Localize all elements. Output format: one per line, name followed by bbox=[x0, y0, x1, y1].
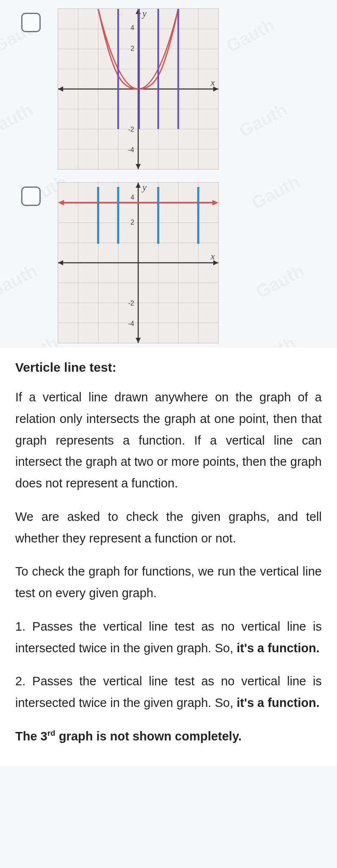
y-axis-label: y bbox=[142, 9, 147, 19]
svg-text:2: 2 bbox=[131, 45, 134, 52]
svg-text:2: 2 bbox=[131, 219, 134, 226]
heading: Verticle line test: bbox=[15, 360, 322, 375]
svg-marker-15 bbox=[58, 86, 63, 92]
svg-marker-43 bbox=[136, 338, 141, 343]
y-axis-label: y bbox=[142, 183, 147, 192]
paragraph-task: We are asked to check the given graphs, … bbox=[15, 506, 322, 549]
paragraph-method: To check the graph for functions, we run… bbox=[15, 561, 322, 604]
paragraph-definition: If a vertical line drawn anywhere on the… bbox=[15, 387, 322, 494]
svg-marker-42 bbox=[136, 183, 141, 188]
svg-text:4: 4 bbox=[131, 24, 134, 31]
paragraph-result-1: 1. Passes the vertical line test as no v… bbox=[15, 616, 322, 659]
svg-marker-45 bbox=[58, 200, 64, 206]
svg-marker-17 bbox=[136, 164, 141, 169]
svg-text:-4: -4 bbox=[128, 146, 134, 153]
graph-option-1: y x 4 2 -2 -4 bbox=[0, 0, 337, 174]
svg-marker-46 bbox=[212, 200, 218, 206]
checkbox-1[interactable] bbox=[21, 13, 41, 32]
svg-marker-41 bbox=[58, 260, 63, 265]
checkbox-2[interactable] bbox=[21, 186, 41, 206]
graph-1: y x 4 2 -2 -4 bbox=[58, 8, 219, 170]
svg-text:-2: -2 bbox=[128, 300, 134, 307]
explanation-text: Verticle line test: If a vertical line d… bbox=[0, 348, 337, 766]
svg-text:-4: -4 bbox=[128, 320, 134, 327]
x-axis-label: x bbox=[210, 251, 215, 262]
graph-option-2: y x 4 2 -2 -4 bbox=[0, 174, 337, 348]
svg-text:-2: -2 bbox=[128, 126, 134, 133]
x-axis-label: x bbox=[210, 78, 215, 88]
paragraph-result-3: The 3rd graph is not shown completely. bbox=[15, 726, 322, 747]
paragraph-result-2: 2. Passes the vertical line test as no v… bbox=[15, 670, 322, 714]
graph-2: y x 4 2 -2 -4 bbox=[58, 182, 219, 343]
svg-text:4: 4 bbox=[131, 194, 134, 201]
